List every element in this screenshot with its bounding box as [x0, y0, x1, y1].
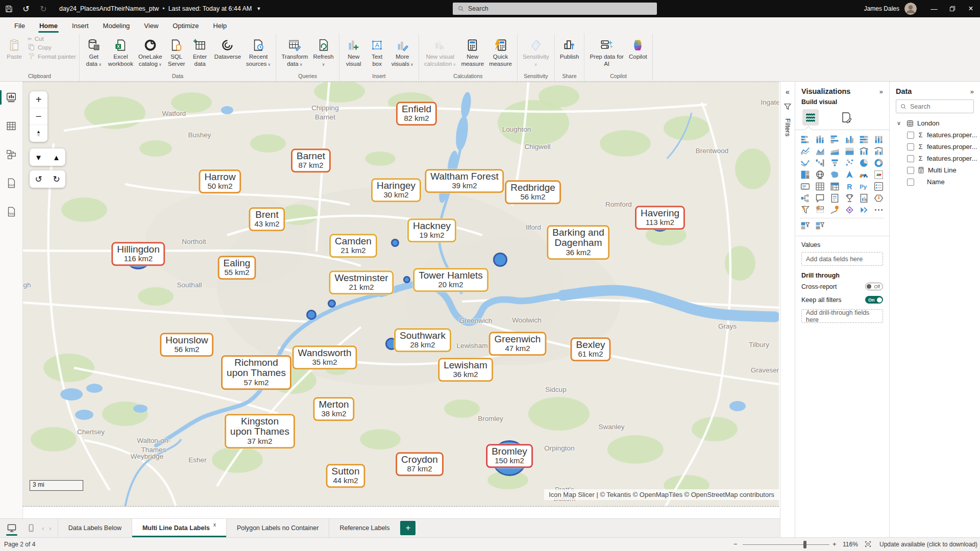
stacked-column-100-visual-icon[interactable] — [873, 134, 885, 144]
data-field-name[interactable]: Name — [890, 176, 980, 188]
page-tab-data-labels-below[interactable]: Data Labels Below — [58, 519, 132, 537]
waterfall-visual-icon[interactable] — [814, 158, 826, 168]
borough-label-waltham-forest[interactable]: Waltham Forest39 km2 — [425, 169, 504, 193]
borough-label-merton[interactable]: Merton38 km2 — [313, 397, 354, 421]
close-button[interactable]: × — [962, 0, 980, 17]
borough-label-barnet[interactable]: Barnet87 km2 — [291, 148, 331, 172]
minimize-button[interactable]: — — [925, 0, 943, 17]
ribbon-button-prep-data-for-ai[interactable]: Prep data for AI — [587, 36, 625, 69]
map-visual[interactable]: WatfordBusheyChipping BarnetLoughtonChig… — [23, 82, 779, 507]
data-point-circle[interactable] — [493, 253, 507, 267]
filled-map-visual-icon[interactable] — [829, 169, 841, 180]
kpi-visual-icon[interactable] — [873, 169, 885, 180]
area-visual-icon[interactable] — [814, 146, 826, 156]
rail-item-report-view[interactable] — [0, 89, 23, 106]
desktop-layout-button[interactable] — [4, 519, 19, 537]
ribbon-button-sql-server[interactable]: SQL Server — [165, 36, 188, 69]
data-field-features-proper---[interactable]: Σfeatures.proper... — [890, 153, 980, 164]
borough-label-croydon[interactable]: Croydon87 km2 — [396, 452, 444, 476]
borough-label-haringey[interactable]: Haringey30 km2 — [371, 178, 421, 202]
borough-label-tower-hamlets[interactable]: Tower Hamlets20 km2 — [413, 268, 488, 292]
borough-label-southwark[interactable]: Southwark28 km2 — [394, 328, 451, 352]
ribbon-button-new-visual[interactable]: New visual — [342, 36, 365, 69]
rail-item-dax-query-view[interactable]: DAX — [0, 174, 23, 192]
azure-map-visual-icon[interactable] — [844, 169, 855, 180]
metrics-visual-icon[interactable] — [844, 193, 855, 203]
borough-label-bexley[interactable]: Bexley61 km2 — [570, 337, 610, 361]
data-point-circle[interactable] — [328, 299, 336, 308]
clustered-bar-visual-icon[interactable] — [829, 134, 841, 144]
stacked-area-visual-icon[interactable] — [829, 146, 841, 156]
ribbon-button-get-data[interactable]: Get data ∨ — [83, 36, 105, 69]
borough-label-westminster[interactable]: Westminster21 km2 — [329, 270, 394, 294]
card-visual-icon[interactable] — [799, 181, 811, 191]
title-caret-icon[interactable]: ▼ — [256, 6, 261, 11]
ribbon-button-recent-sources[interactable]: Recent sources ∨ — [244, 36, 273, 69]
power-apps-visual-icon[interactable] — [873, 193, 885, 203]
field-checkbox[interactable] — [907, 155, 914, 162]
page-tab-reference-labels[interactable]: Reference Labels — [329, 519, 400, 537]
borough-label-havering[interactable]: Havering113 km2 — [635, 206, 685, 230]
ribbon-button-new-measure[interactable]: New measure — [459, 36, 486, 69]
ribbon-button-publish[interactable]: Publish — [558, 36, 581, 62]
rail-item-tmdl-view[interactable]: TMDL — [0, 203, 23, 220]
ribbon-button-text-box[interactable]: AText box — [366, 36, 388, 69]
scatter-visual-icon[interactable] — [844, 158, 855, 168]
python-visual-icon[interactable]: Py — [858, 181, 870, 191]
clustered-column-visual-icon[interactable] — [844, 134, 855, 144]
build-visual-tab[interactable] — [802, 109, 819, 126]
data-search-input[interactable] — [910, 103, 966, 110]
rail-item-model-view[interactable] — [0, 146, 23, 163]
data-field-features-proper---[interactable]: Σfeatures.proper... — [890, 129, 980, 141]
matrix-visual-icon[interactable] — [829, 181, 841, 191]
add-drill-through-well[interactable]: Add drill-through fields here — [801, 309, 883, 323]
borough-label-brent[interactable]: Brent43 km2 — [249, 207, 285, 231]
borough-label-kingston-upon-thames[interactable]: Kingston upon Thames37 km2 — [225, 414, 295, 448]
data-field-features-proper---[interactable]: Σfeatures.proper... — [890, 141, 980, 153]
borough-label-camden[interactable]: Camden21 km2 — [329, 234, 377, 258]
menu-tab-file[interactable]: File — [7, 18, 32, 34]
custom-filter-1-visual-icon[interactable] — [799, 220, 811, 231]
borough-label-hillingdon[interactable]: Hillingdon116 km2 — [111, 242, 165, 266]
close-page-icon[interactable]: x — [213, 522, 216, 528]
data-point-circle[interactable] — [403, 276, 410, 283]
page-nav-left-icon[interactable]: ‹ — [42, 524, 44, 532]
borough-label-hackney[interactable]: Hackney19 km2 — [407, 218, 456, 242]
zoom-out-button[interactable]: − — [733, 540, 738, 548]
field-checkbox[interactable] — [907, 143, 914, 151]
r-script-visual-icon[interactable]: R — [844, 181, 855, 191]
cross-report-toggle[interactable]: Off — [865, 283, 883, 290]
ribbon-button-dataverse[interactable]: Dataverse — [212, 36, 243, 62]
stacked-bar-visual-icon[interactable] — [799, 134, 811, 144]
data-point-circle[interactable] — [391, 239, 399, 247]
arrows-visual-visual-icon[interactable] — [858, 205, 870, 215]
mobile-layout-button[interactable] — [23, 519, 39, 537]
borough-label-lewisham[interactable]: Lewisham36 km2 — [438, 358, 493, 382]
slicer-visual-icon[interactable] — [873, 181, 885, 191]
stacked-column-visual-icon[interactable] — [814, 134, 826, 144]
combo-line-column-visual-icon[interactable] — [858, 146, 870, 156]
borough-label-ealing[interactable]: Ealing55 km2 — [218, 256, 256, 280]
menu-tab-view[interactable]: View — [137, 18, 165, 34]
area-100-visual-icon[interactable] — [844, 146, 855, 156]
field-checkbox[interactable] — [907, 132, 914, 139]
data-field-multi-line[interactable]: Multi Line — [890, 164, 980, 176]
rail-item-table-view[interactable] — [0, 117, 23, 135]
borough-label-greenwich[interactable]: Greenwich47 km2 — [489, 332, 547, 356]
ribbon-button-refresh-[interactable]: Refresh ∨ — [311, 36, 335, 69]
collapse-data-icon[interactable]: » — [970, 88, 974, 95]
custom-diamond-visual-icon[interactable] — [844, 205, 855, 215]
icon-map-visual-icon[interactable] — [829, 205, 841, 215]
gauge-visual-icon[interactable] — [858, 169, 870, 180]
map-zoom-out-button[interactable]: − — [30, 108, 47, 125]
map-pitch-down-button[interactable]: ▼ — [30, 148, 47, 166]
ribbon-button-enter-data[interactable]: Enter data — [189, 36, 211, 69]
fit-to-page-icon[interactable] — [864, 540, 872, 548]
decomposition-tree-visual-icon[interactable] — [799, 193, 811, 203]
borough-label-bromley[interactable]: Bromley150 km2 — [486, 444, 533, 468]
borough-label-harrow[interactable]: Harrow50 km2 — [199, 169, 241, 193]
map-rotate-right-button[interactable]: ↻ — [47, 170, 65, 188]
borough-label-redbridge[interactable]: Redbridge56 km2 — [505, 180, 561, 204]
data-point-circle[interactable] — [306, 310, 316, 320]
ribbon-visual-icon[interactable] — [799, 158, 811, 168]
